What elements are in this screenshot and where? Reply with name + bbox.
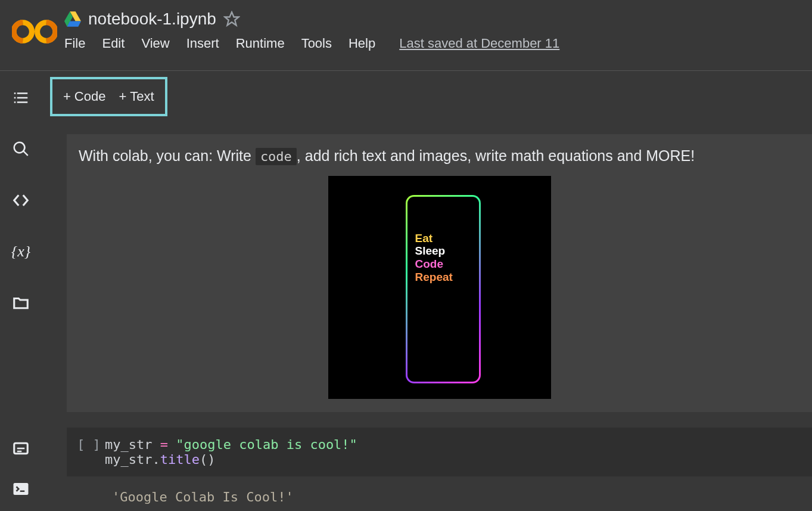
terminal-icon[interactable]	[12, 480, 30, 498]
title-row: notebook-1.ipynb	[64, 10, 807, 29]
header: notebook-1.ipynb File Edit View Insert R…	[0, 0, 812, 71]
insert-bar: + Code + Text	[42, 71, 812, 134]
command-palette-icon[interactable]	[12, 439, 30, 457]
files-icon[interactable]	[12, 294, 30, 312]
menu-tools[interactable]: Tools	[301, 36, 332, 51]
inline-code: code	[256, 148, 297, 165]
menu-insert[interactable]: Insert	[186, 36, 219, 51]
star-icon[interactable]	[223, 11, 240, 27]
drive-icon	[64, 11, 81, 27]
last-saved-link[interactable]: Last saved at December 11	[399, 36, 559, 51]
embedded-image: Eat Sleep Code Repeat	[328, 176, 551, 399]
text-cell[interactable]: With colab, you can: Write code, add ric…	[67, 134, 812, 412]
svg-rect-5	[14, 483, 29, 495]
menu-view[interactable]: View	[141, 36, 169, 51]
menu-edit[interactable]: Edit	[102, 36, 125, 51]
cell-prompt: [ ]	[73, 437, 105, 467]
add-code-label: Code	[74, 89, 106, 104]
code-cell[interactable]: [ ] my_str = "google colab is cool!" my_…	[67, 428, 812, 476]
add-text-button[interactable]: + Text	[119, 89, 154, 104]
add-code-button[interactable]: + Code	[63, 89, 105, 104]
variables-icon[interactable]: {x}	[11, 243, 30, 261]
menu-runtime[interactable]: Runtime	[236, 36, 285, 51]
menu-file[interactable]: File	[64, 36, 85, 51]
toc-icon[interactable]	[12, 89, 30, 107]
snippets-icon[interactable]	[12, 191, 30, 209]
code-body[interactable]: my_str = "google colab is cool!" my_str.…	[105, 437, 357, 467]
colab-logo-icon	[12, 17, 57, 47]
menubar: File Edit View Insert Runtime Tools Help…	[64, 36, 807, 51]
plus-icon: +	[63, 89, 71, 104]
main-area: + Code + Text With colab, you can: Write…	[42, 71, 812, 511]
menu-help[interactable]: Help	[349, 36, 375, 51]
search-icon[interactable]	[12, 140, 30, 158]
plus-icon: +	[119, 89, 126, 104]
text-cell-content: With colab, you can: Write code, add ric…	[79, 145, 800, 168]
insert-highlight: + Code + Text	[50, 77, 167, 116]
notebook-title[interactable]: notebook-1.ipynb	[88, 10, 216, 29]
output-cell: 'Google Colab Is Cool!'	[67, 490, 812, 504]
add-text-label: Text	[130, 89, 154, 104]
left-rail: {x}	[0, 71, 42, 511]
